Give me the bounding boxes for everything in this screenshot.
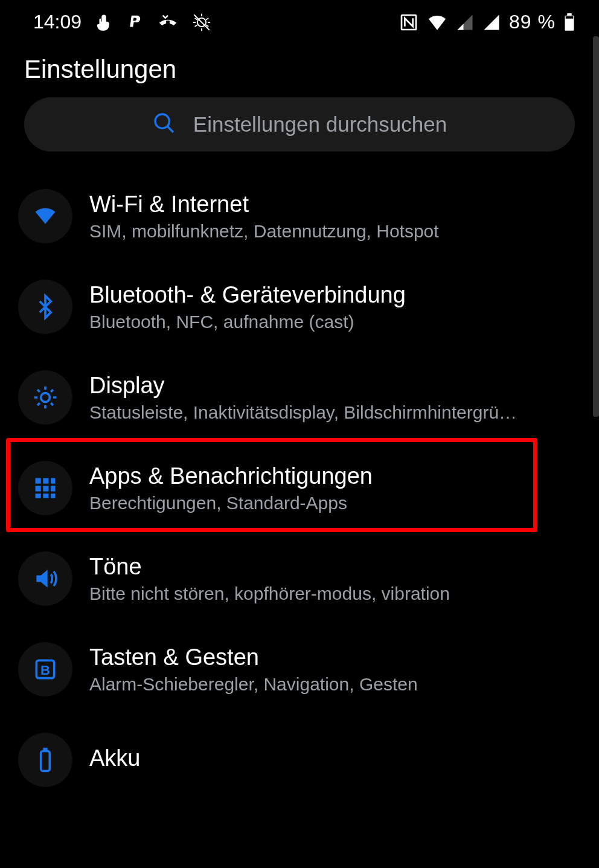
battery-settings-icon [18,733,72,787]
svg-rect-7 [36,478,41,484]
item-title: Tasten & Gesten [89,645,575,670]
settings-item-apps[interactable]: Apps & Benachrichtigungen Berechtigungen… [0,443,599,533]
buttons-gestures-icon: B [18,642,72,696]
search-icon [152,111,176,138]
svg-rect-4 [566,16,574,19]
item-sub: Bitte nicht stören, kopfhörer-modus, vib… [89,583,575,604]
battery-icon [564,13,575,31]
item-title: Bluetooth- & Geräteverbindung [89,282,575,308]
item-title: Töne [89,554,575,580]
svg-rect-10 [36,486,41,491]
page-title: Einstellungen [0,38,599,97]
settings-item-sound[interactable]: Töne Bitte nicht stören, kopfhörer-modus… [0,533,599,624]
item-sub: SIM, mobilfunknetz, Datennutzung, Hotspo… [89,221,575,242]
signal-2-icon [482,13,501,31]
bug-icon [191,12,212,33]
item-title: Akku [89,745,575,771]
wifi-icon [427,12,447,33]
search-input[interactable]: Einstellungen durchsuchen [24,97,575,152]
sound-icon [18,551,72,606]
touch-icon [95,13,113,31]
status-bar: 14:09 89 % [0,0,599,38]
search-placeholder: Einstellungen durchsuchen [193,112,447,137]
svg-rect-15 [51,493,55,498]
svg-point-5 [155,114,169,128]
svg-rect-11 [43,486,48,491]
scroll-indicator [593,36,599,417]
signal-1-icon [456,13,474,31]
item-sub: Alarm-Schieberegler, Navigation, Gesten [89,674,575,695]
battery-percent: 89 % [509,11,556,33]
svg-rect-9 [51,478,55,484]
svg-rect-18 [41,751,50,771]
svg-rect-14 [43,493,48,498]
display-brightness-icon [18,370,72,425]
item-title: Display [89,373,575,399]
svg-rect-8 [43,478,48,484]
svg-text:B: B [40,663,50,678]
missed-call-icon [158,12,178,33]
item-title: Wi-Fi & Internet [89,191,575,217]
status-left: 14:09 [33,11,212,33]
settings-item-wifi[interactable]: Wi-Fi & Internet SIM, mobilfunknetz, Dat… [0,171,599,262]
settings-item-display[interactable]: Display Statusleiste, Inaktivitätsdispla… [0,352,599,443]
apps-grid-icon [18,461,72,515]
item-title: Apps & Benachrichtigungen [89,463,575,489]
settings-item-buttons[interactable]: B Tasten & Gesten Alarm-Schieberegler, N… [0,624,599,715]
item-sub: Bluetooth, NFC, aufnahme (cast) [89,312,575,332]
settings-item-bluetooth[interactable]: Bluetooth- & Geräteverbindung Bluetooth,… [0,262,599,352]
nfc-icon [399,13,418,32]
clock: 14:09 [33,11,82,33]
settings-list: Wi-Fi & Internet SIM, mobilfunknetz, Dat… [0,171,599,787]
paypal-icon [126,13,144,31]
settings-item-battery[interactable]: Akku [0,715,599,787]
svg-rect-19 [43,748,47,751]
item-sub: Berechtigungen, Standard-Apps [89,493,575,513]
svg-rect-13 [36,493,41,498]
svg-point-6 [41,393,50,402]
svg-rect-3 [567,13,572,16]
wifi-internet-icon [18,189,72,243]
status-right: 89 % [399,11,575,33]
bluetooth-icon [18,280,72,334]
svg-rect-12 [51,486,55,491]
item-sub: Statusleiste, Inaktivitätsdisplay, Bilds… [89,402,575,423]
